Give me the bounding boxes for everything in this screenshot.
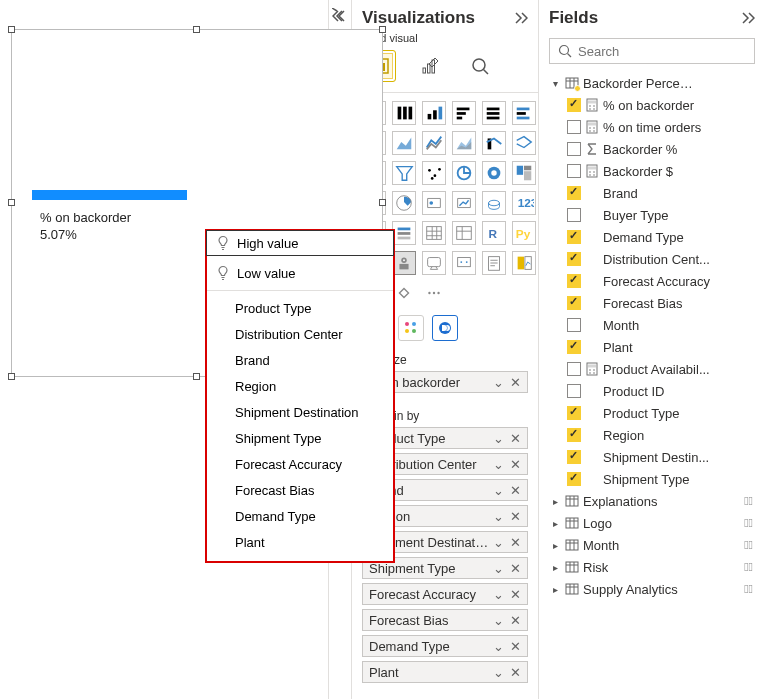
- menu-item[interactable]: Plant: [207, 529, 393, 555]
- viz-type-tile[interactable]: [392, 251, 416, 275]
- field-checkbox[interactable]: [567, 472, 581, 486]
- collapse-icon[interactable]: [332, 8, 348, 24]
- viz-type-tile[interactable]: R: [482, 221, 506, 245]
- menu-item[interactable]: Demand Type: [207, 503, 393, 529]
- field-checkbox[interactable]: [567, 318, 581, 332]
- chevron-down-icon[interactable]: ⌄: [493, 639, 504, 654]
- viz-type-tile[interactable]: [422, 191, 446, 215]
- viz-type-tile[interactable]: [392, 101, 416, 125]
- field-checkbox[interactable]: [567, 296, 581, 310]
- viz-type-tile[interactable]: [452, 101, 476, 125]
- field-row[interactable]: Forecast Bias: [545, 292, 759, 314]
- analytics-button[interactable]: [464, 50, 496, 82]
- appsource-visual-icon[interactable]: [398, 315, 424, 341]
- chevron-down-icon[interactable]: ⌄: [493, 587, 504, 602]
- field-checkbox[interactable]: [567, 384, 581, 398]
- field-row[interactable]: Product ID: [545, 380, 759, 402]
- d3-visual-icon[interactable]: [432, 315, 458, 341]
- field-checkbox[interactable]: [567, 208, 581, 222]
- field-checkbox[interactable]: [567, 252, 581, 266]
- field-checkbox[interactable]: [567, 450, 581, 464]
- viz-type-tile[interactable]: [392, 221, 416, 245]
- explain-field-well[interactable]: Demand Type⌄✕: [362, 635, 528, 657]
- chevron-down-icon[interactable]: ⌄: [493, 431, 504, 446]
- table-row[interactable]: ▸Risk👁̷: [545, 556, 759, 578]
- field-checkbox[interactable]: [567, 274, 581, 288]
- field-row[interactable]: Forecast Accuracy: [545, 270, 759, 292]
- table-row[interactable]: ▸Supply Analytics👁̷: [545, 578, 759, 600]
- viz-type-tile[interactable]: [422, 161, 446, 185]
- field-checkbox[interactable]: [567, 230, 581, 244]
- field-row[interactable]: % on backorder: [545, 94, 759, 116]
- viz-type-tile[interactable]: [482, 131, 506, 155]
- viz-type-tile[interactable]: [482, 101, 506, 125]
- viz-type-tile[interactable]: Py: [512, 221, 536, 245]
- explain-field-well[interactable]: Forecast Bias⌄✕: [362, 609, 528, 631]
- viz-type-tile[interactable]: [392, 161, 416, 185]
- remove-icon[interactable]: ✕: [510, 457, 521, 472]
- menu-item[interactable]: Region: [207, 373, 393, 399]
- remove-icon[interactable]: ✕: [510, 561, 521, 576]
- resize-handle[interactable]: [8, 199, 15, 206]
- viz-type-tile[interactable]: [512, 161, 536, 185]
- remove-icon[interactable]: ✕: [510, 375, 521, 390]
- remove-icon[interactable]: ✕: [510, 613, 521, 628]
- caret-down-icon[interactable]: ▾: [549, 78, 561, 89]
- remove-icon[interactable]: ✕: [510, 639, 521, 654]
- chevron-down-icon[interactable]: ⌄: [493, 375, 504, 390]
- report-canvas[interactable]: % on backorder 5.07% High value Low valu…: [0, 0, 328, 699]
- field-row[interactable]: Shipment Destin...: [545, 446, 759, 468]
- resize-handle[interactable]: [379, 199, 386, 206]
- viz-type-tile[interactable]: [422, 131, 446, 155]
- menu-item[interactable]: Product Type: [207, 295, 393, 321]
- key-influencers-visual[interactable]: % on backorder 5.07% High value Low valu…: [12, 30, 382, 376]
- menu-item[interactable]: Brand: [207, 347, 393, 373]
- field-checkbox[interactable]: [567, 362, 581, 376]
- viz-type-tile[interactable]: [482, 161, 506, 185]
- viz-type-tile[interactable]: [452, 161, 476, 185]
- field-row[interactable]: Buyer Type: [545, 204, 759, 226]
- viz-type-tile[interactable]: [392, 131, 416, 155]
- menu-item[interactable]: Forecast Bias: [207, 477, 393, 503]
- resize-handle[interactable]: [8, 26, 15, 33]
- table-row[interactable]: ▸Logo👁̷: [545, 512, 759, 534]
- field-row[interactable]: Product Availabil...: [545, 358, 759, 380]
- chevron-down-icon[interactable]: ⌄: [493, 535, 504, 550]
- field-checkbox[interactable]: [567, 186, 581, 200]
- explain-field-well[interactable]: Plant⌄✕: [362, 661, 528, 683]
- field-row[interactable]: Backorder $: [545, 160, 759, 182]
- expand-icon[interactable]: [739, 10, 755, 26]
- menu-item[interactable]: Distribution Center: [207, 321, 393, 347]
- caret-right-icon[interactable]: ▸: [549, 496, 561, 507]
- caret-right-icon[interactable]: ▸: [549, 584, 561, 595]
- remove-icon[interactable]: ✕: [510, 483, 521, 498]
- table-row[interactable]: ▸Explanations👁̷: [545, 490, 759, 512]
- resize-handle[interactable]: [379, 26, 386, 33]
- chevron-down-icon[interactable]: ⌄: [493, 613, 504, 628]
- viz-type-tile[interactable]: [482, 191, 506, 215]
- caret-right-icon[interactable]: ▸: [549, 562, 561, 573]
- remove-icon[interactable]: ✕: [510, 509, 521, 524]
- caret-right-icon[interactable]: ▸: [549, 518, 561, 529]
- viz-type-tile[interactable]: [512, 101, 536, 125]
- chevron-down-icon[interactable]: ⌄: [493, 457, 504, 472]
- explain-field-well[interactable]: Forecast Accuracy⌄✕: [362, 583, 528, 605]
- viz-type-tile[interactable]: [422, 101, 446, 125]
- field-checkbox[interactable]: [567, 98, 581, 112]
- field-row[interactable]: Shipment Type: [545, 468, 759, 490]
- remove-icon[interactable]: ✕: [510, 587, 521, 602]
- viz-type-tile[interactable]: [482, 251, 506, 275]
- viz-type-tile[interactable]: [392, 281, 416, 305]
- viz-type-tile[interactable]: [422, 281, 446, 305]
- menu-item[interactable]: Shipment Destination: [207, 399, 393, 425]
- viz-type-tile[interactable]: [422, 251, 446, 275]
- menu-item-high-value[interactable]: High value: [206, 230, 394, 256]
- remove-icon[interactable]: ✕: [510, 665, 521, 680]
- field-row[interactable]: Region: [545, 424, 759, 446]
- format-visual-button[interactable]: [414, 50, 446, 82]
- viz-type-tile[interactable]: [452, 191, 476, 215]
- field-checkbox[interactable]: [567, 406, 581, 420]
- viz-type-tile[interactable]: [452, 131, 476, 155]
- chevron-down-icon[interactable]: ⌄: [493, 561, 504, 576]
- field-row[interactable]: Distribution Cent...: [545, 248, 759, 270]
